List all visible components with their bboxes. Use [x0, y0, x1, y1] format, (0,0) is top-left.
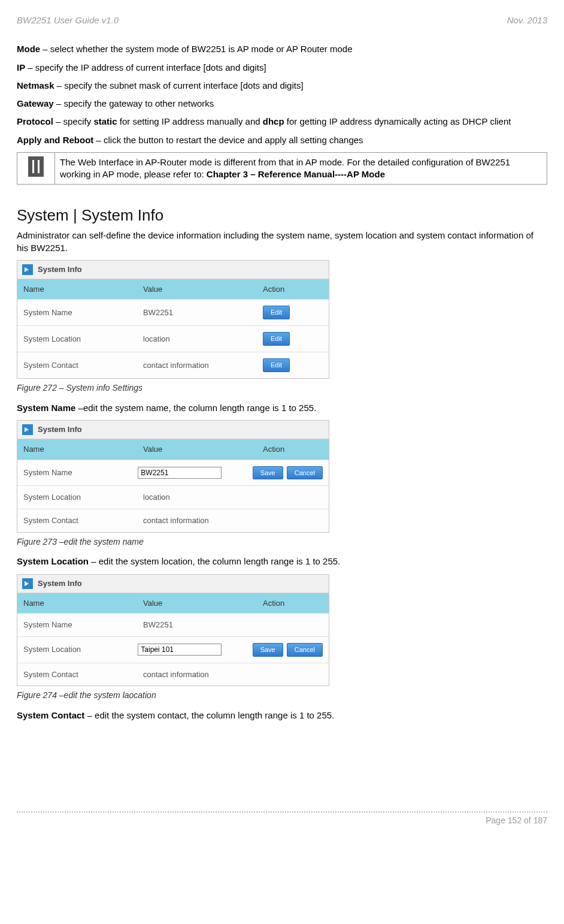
row-name-label: System Name — [17, 301, 137, 324]
save-button[interactable]: Save — [253, 466, 283, 480]
row-location-label: System Location — [17, 328, 137, 351]
col-header-name: Name — [17, 593, 137, 614]
row-contact-label: System Contact — [17, 354, 137, 377]
section-intro: Administrator can self-define the device… — [17, 230, 547, 254]
figure-caption-274: Figure 274 –edit the system laocation — [17, 690, 547, 701]
table-row: System Contact contact information Edit — [17, 352, 329, 378]
edit-button[interactable]: Edit — [263, 358, 290, 372]
def-protocol: Protocol – specify static for setting IP… — [17, 116, 547, 128]
edit-button[interactable]: Edit — [263, 332, 290, 346]
panel-title-text: System Info — [38, 264, 82, 275]
page-number: Page 152 of 187 — [486, 816, 547, 825]
row-contact-label: System Contact — [17, 663, 137, 686]
note-icon-cell — [17, 152, 55, 185]
row-name-label: System Name — [17, 461, 132, 484]
def-netmask: Netmask – specify the subnet mask of cur… — [17, 80, 547, 92]
col-header-action: Action — [257, 593, 329, 614]
table-row: System Location Save Cancel — [17, 636, 329, 663]
edit-button[interactable]: Edit — [263, 306, 290, 319]
col-header-value: Value — [137, 439, 257, 460]
col-header-action: Action — [257, 279, 329, 300]
row-location-value: location — [137, 486, 257, 509]
def-gateway: Gateway – specify the gateway to other n… — [17, 98, 547, 110]
text-system-name: System Name –edit the system name, the c… — [17, 402, 547, 414]
panel-title: System Info — [17, 261, 329, 279]
table-row: System Name BW2251 Edit — [17, 299, 329, 325]
table-row: System Contact contact information — [17, 509, 329, 532]
system-location-input[interactable] — [138, 644, 222, 656]
panel-title-text: System Info — [38, 578, 82, 589]
figure-caption-272: Figure 272 – System info Settings — [17, 382, 547, 394]
page-header: BW2251 User Guide v1.0 Nov. 2013 — [17, 14, 547, 26]
row-contact-label: System Contact — [17, 509, 137, 532]
page-footer: Page 152 of 187 — [17, 811, 547, 826]
text-system-contact: System Contact – edit the system contact… — [17, 709, 547, 721]
def-apply: Apply and Reboot – click the button to r… — [17, 134, 547, 146]
figure-272: System Info Name Value Action System Nam… — [17, 260, 329, 379]
row-location-label: System Location — [17, 638, 132, 661]
panel-title: System Info — [17, 421, 329, 439]
arrow-icon — [22, 264, 33, 275]
row-location-label: System Location — [17, 486, 137, 509]
figure-caption-273: Figure 273 –edit the system name — [17, 536, 547, 548]
panel-title: System Info — [17, 575, 329, 593]
col-header-name: Name — [17, 279, 137, 300]
row-contact-value: contact information — [137, 509, 257, 532]
system-name-input[interactable] — [138, 467, 222, 479]
save-button[interactable]: Save — [253, 643, 283, 657]
arrow-icon — [22, 578, 33, 589]
note-text: The Web Interface in AP-Router mode is d… — [55, 152, 547, 185]
table-row: System Location location — [17, 485, 329, 509]
row-contact-value: contact information — [137, 663, 257, 686]
table-row: System Name BW2251 — [17, 613, 329, 636]
row-contact-value: contact information — [137, 354, 257, 377]
table-header: Name Value Action — [17, 593, 329, 614]
info-icon — [28, 156, 44, 177]
row-name-value: BW2251 — [137, 614, 257, 636]
row-name-value: BW2251 — [137, 301, 257, 324]
def-ip: IP – specify the IP address of current i… — [17, 62, 547, 74]
section-heading: System | System Info — [17, 205, 547, 226]
table-header: Name Value Action — [17, 439, 329, 460]
panel-title-text: System Info — [38, 424, 82, 435]
table-header: Name Value Action — [17, 279, 329, 300]
col-header-value: Value — [137, 279, 257, 300]
col-header-action: Action — [257, 439, 329, 460]
table-row: System Location location Edit — [17, 325, 329, 352]
figure-273: System Info Name Value Action System Nam… — [17, 420, 329, 532]
cancel-button[interactable]: Cancel — [287, 466, 323, 480]
header-right: Nov. 2013 — [507, 14, 547, 26]
row-location-value: location — [137, 328, 257, 351]
table-row: System Contact contact information — [17, 663, 329, 686]
col-header-name: Name — [17, 439, 137, 460]
table-row: System Name Save Cancel — [17, 460, 329, 486]
row-name-label: System Name — [17, 614, 137, 636]
header-left: BW2251 User Guide v1.0 — [17, 14, 119, 26]
text-system-location: System Location – edit the system locati… — [17, 555, 547, 567]
note-box: The Web Interface in AP-Router mode is d… — [17, 152, 547, 185]
cancel-button[interactable]: Cancel — [287, 643, 323, 657]
arrow-icon — [22, 424, 33, 435]
figure-274: System Info Name Value Action System Nam… — [17, 574, 329, 686]
col-header-value: Value — [137, 593, 257, 614]
def-mode: Mode – select whether the system mode of… — [17, 43, 547, 55]
